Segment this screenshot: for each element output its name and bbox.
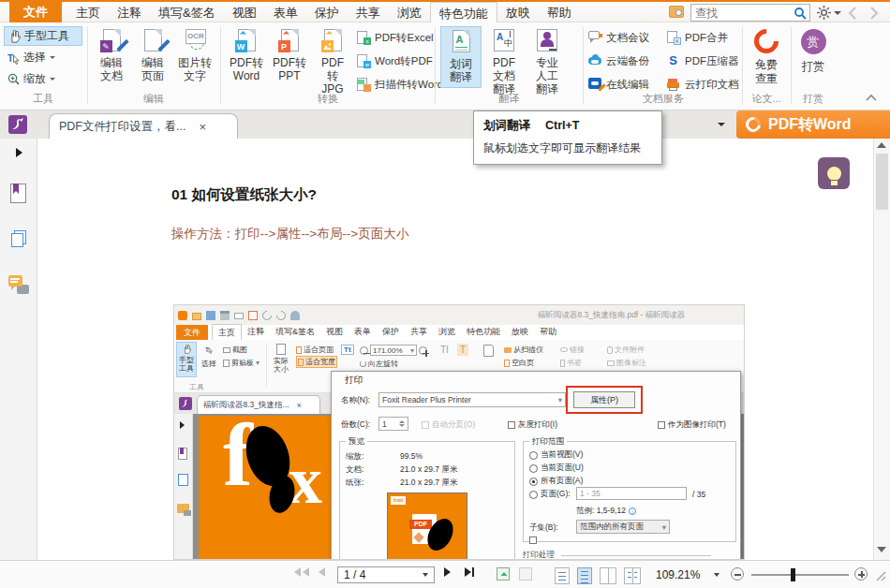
doc-meeting-button[interactable]: 文档会议 bbox=[588, 28, 649, 47]
file-menu-button[interactable]: 文件 bbox=[9, 0, 62, 24]
prev-page-button[interactable] bbox=[319, 567, 325, 577]
pdf-to-jpg-button[interactable]: PDF转JPG bbox=[312, 26, 353, 88]
tab-home[interactable]: 主页 bbox=[67, 2, 109, 22]
doc-body-text: 操作方法：打印-->属性-->布局-->页面大小 bbox=[171, 226, 408, 243]
edit-page-button[interactable]: 编辑页面 bbox=[132, 26, 173, 88]
nav-forward-icon[interactable] bbox=[869, 7, 879, 20]
nav-back-icon[interactable] bbox=[848, 7, 857, 20]
scan-to-word-icon bbox=[357, 78, 371, 92]
shot-actual-size: 实际大小 bbox=[271, 344, 291, 374]
shot-print-dialog-title: 打印 bbox=[345, 375, 363, 387]
search-input[interactable] bbox=[695, 6, 789, 20]
tab-fill-sign[interactable]: 填写&签名 bbox=[150, 2, 224, 22]
single-page-button[interactable] bbox=[555, 567, 576, 584]
online-edit-button[interactable]: 在线编辑 bbox=[588, 75, 649, 94]
ocr-button[interactable]: OCR 图片转文字 bbox=[173, 26, 216, 88]
human-translate-button[interactable]: 专业人工翻译 bbox=[527, 26, 568, 88]
scroll-down-icon[interactable] bbox=[877, 547, 886, 552]
zoom-in-button[interactable] bbox=[854, 567, 868, 581]
tab-comment[interactable]: 注释 bbox=[109, 2, 150, 22]
shot-tab-home: 主页 bbox=[212, 324, 242, 341]
next-page-button[interactable] bbox=[444, 567, 451, 577]
shot-print-handling-label: 打印处理 bbox=[523, 550, 711, 560]
hand-tool-button[interactable]: 手型工具 bbox=[4, 26, 82, 46]
tab-share[interactable]: 共享 bbox=[348, 2, 389, 22]
pdf-compress-button[interactable]: S PDF压缩器 bbox=[667, 51, 739, 70]
shot-tab-slideshow: 放映 bbox=[506, 324, 534, 341]
tab-special-features[interactable]: 特色功能 bbox=[430, 2, 497, 22]
next-view-button[interactable] bbox=[519, 567, 532, 581]
pdf-to-word-button[interactable]: W PDF转Word bbox=[226, 26, 267, 88]
zoom-tool-button[interactable]: 缩放 bbox=[4, 69, 82, 89]
zoom-caret[interactable] bbox=[714, 573, 719, 577]
pages-panel-icon[interactable] bbox=[10, 230, 27, 249]
pdf-merge-icon: K bbox=[667, 31, 681, 45]
word-to-pdf-button[interactable]: w Word转PDF bbox=[357, 51, 433, 70]
folder-search-icon[interactable] bbox=[669, 6, 684, 18]
scroll-up-icon[interactable] bbox=[877, 142, 886, 148]
search-icon[interactable] bbox=[794, 7, 807, 20]
assistant-lightbulb-button[interactable] bbox=[818, 157, 850, 189]
facing-page-button[interactable] bbox=[600, 567, 623, 584]
zoom-out-button[interactable] bbox=[731, 567, 744, 581]
select-tool-button[interactable]: T 选择 bbox=[4, 48, 82, 67]
vertical-scrollbar[interactable] bbox=[873, 139, 890, 560]
pdf-merge-button[interactable]: K PDF合并 bbox=[667, 28, 728, 47]
collapse-ribbon-icon[interactable] bbox=[866, 94, 877, 101]
zoom-level-value[interactable]: 109.21% bbox=[656, 568, 700, 581]
tab-slideshow[interactable]: 放映 bbox=[497, 2, 539, 22]
tab-protect[interactable]: 保护 bbox=[306, 2, 348, 22]
pdf-to-ppt-button[interactable]: P PDF转PPT bbox=[269, 26, 310, 88]
shot-scale-value: 99.5% bbox=[400, 451, 423, 461]
continuous-page-button[interactable] bbox=[577, 567, 599, 584]
shot-rotate-left: 向左旋转 bbox=[360, 359, 398, 369]
word-translate-label: 划词翻译 bbox=[449, 57, 473, 83]
continuous-facing-button[interactable] bbox=[624, 567, 647, 584]
cloud-backup-button[interactable]: 云端备份 bbox=[588, 51, 649, 70]
zoom-slider-track[interactable] bbox=[751, 574, 849, 576]
pdf-to-word-badge[interactable]: PDF转Word bbox=[736, 110, 890, 139]
tab-view[interactable]: 视图 bbox=[224, 2, 265, 22]
page-number-value: 1 / 4 bbox=[344, 568, 365, 581]
shot-fit-width: 适合宽度 bbox=[296, 356, 337, 368]
reward-button[interactable]: 赏 打赏 bbox=[793, 26, 834, 88]
scrollbar-thumb[interactable] bbox=[876, 154, 888, 210]
pdf-to-jpg-label: PDF转JPG bbox=[317, 56, 349, 96]
tab-list-caret[interactable] bbox=[718, 123, 725, 126]
last-page-button[interactable] bbox=[465, 567, 474, 577]
close-tab-icon[interactable]: × bbox=[199, 120, 206, 134]
document-tab[interactable]: PDF文件打印设置，看... × bbox=[49, 113, 238, 139]
pdf-to-excel-button[interactable]: x PDF转Excel bbox=[357, 28, 434, 47]
first-page-button[interactable] bbox=[294, 567, 309, 577]
shot-select-tool: T 选择 bbox=[200, 342, 218, 377]
shot-subset-label: 子集(B): bbox=[529, 522, 558, 534]
shot-link: 链接 bbox=[560, 345, 585, 355]
bookmarks-panel-icon[interactable] bbox=[10, 184, 26, 203]
foxit-logo-icon[interactable] bbox=[8, 115, 27, 134]
comments-panel-icon[interactable] bbox=[8, 275, 29, 294]
scan-to-word-button[interactable]: 扫描件转Word bbox=[357, 75, 443, 94]
word-translate-button[interactable]: A 划词翻译 bbox=[440, 26, 482, 88]
gear-dropdown-caret[interactable] bbox=[834, 11, 841, 15]
cloud-print-button[interactable]: 云打印文档 bbox=[667, 75, 739, 94]
edit-document-button[interactable]: ✎ 编辑文档 bbox=[91, 26, 132, 88]
human-translate-icon bbox=[537, 29, 557, 51]
shot-blank-page: 空白页 bbox=[504, 358, 534, 368]
tab-browse[interactable]: 浏览 bbox=[389, 2, 430, 22]
shot-page-icon bbox=[483, 345, 494, 357]
svg-text:T: T bbox=[205, 346, 209, 353]
tab-form[interactable]: 表单 bbox=[265, 2, 306, 22]
doc-translate-button[interactable]: A中 PDF文档翻译 bbox=[483, 26, 525, 88]
zoom-slider-thumb[interactable] bbox=[791, 568, 795, 581]
shot-paper-size-label: 纸张: bbox=[346, 478, 363, 489]
gear-icon[interactable] bbox=[817, 6, 831, 20]
red-highlight-box bbox=[566, 386, 643, 414]
expand-sidebar-icon[interactable] bbox=[16, 148, 22, 157]
prev-view-button[interactable] bbox=[497, 567, 510, 581]
cloud-print-label: 云打印文档 bbox=[685, 78, 739, 92]
paper-check-label: 免费查重 bbox=[754, 58, 779, 86]
page-number-box[interactable]: 1 / 4 bbox=[337, 566, 435, 583]
shot-logo-letter-x: x bbox=[289, 442, 322, 520]
tab-help[interactable]: 帮助 bbox=[539, 2, 580, 22]
shot-range-example: 范例: 1,5-9,12i bbox=[576, 506, 636, 517]
